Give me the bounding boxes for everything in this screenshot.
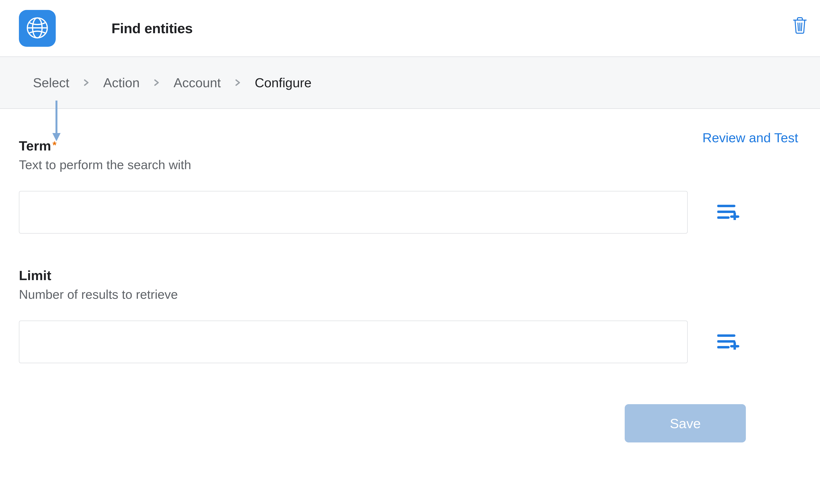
chevron-right-icon [234, 79, 242, 87]
save-button[interactable]: Save [625, 404, 746, 442]
chevron-right-icon [82, 79, 90, 87]
field-term-label-row: Term * [19, 138, 799, 154]
term-input[interactable] [19, 191, 688, 234]
field-term-label: Term [19, 138, 51, 154]
breadcrumb-configure: Configure [255, 75, 311, 90]
field-term-help: Text to perform the search with [19, 157, 799, 172]
breadcrumb: Select Action Account Configure [0, 57, 820, 109]
field-limit-input-row [19, 321, 799, 363]
field-limit-label-row: Limit [19, 268, 799, 283]
breadcrumb-select[interactable]: Select [33, 75, 69, 90]
field-limit: Limit Number of results to retrieve [19, 268, 799, 363]
insert-data-button[interactable] [717, 330, 740, 354]
app-icon [19, 10, 56, 47]
configure-form: Review and Test Term * Text to perform t… [0, 109, 820, 363]
field-limit-help: Number of results to retrieve [19, 287, 799, 302]
breadcrumb-account[interactable]: Account [173, 75, 221, 90]
delete-button[interactable] [790, 16, 810, 36]
svg-line-3 [798, 23, 798, 31]
field-term: Term * Text to perform the search with [19, 138, 799, 234]
list-add-icon [717, 333, 740, 351]
page-title: Find entities [111, 20, 193, 36]
review-and-test-link[interactable]: Review and Test [702, 130, 798, 145]
trash-icon [793, 17, 807, 35]
field-term-input-row [19, 191, 799, 234]
required-indicator: * [53, 139, 56, 151]
globe-icon [25, 16, 49, 41]
breadcrumb-action[interactable]: Action [103, 75, 140, 90]
chevron-right-icon [153, 79, 160, 87]
list-add-icon [717, 204, 740, 221]
field-limit-label: Limit [19, 268, 51, 283]
insert-data-button[interactable] [717, 201, 740, 224]
header: Find entities [0, 0, 820, 57]
svg-line-5 [801, 23, 802, 31]
limit-input[interactable] [19, 321, 688, 363]
